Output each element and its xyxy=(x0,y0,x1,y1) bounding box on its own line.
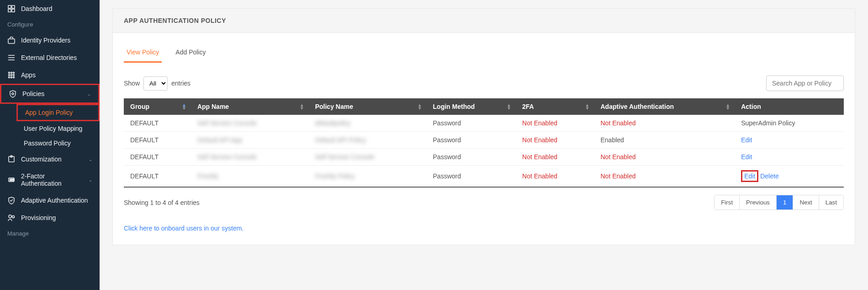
table-footer: Showing 1 to 4 of 4 entries FirstPreviou… xyxy=(124,195,844,210)
sidebar: DashboardConfigureIdentity ProvidersExte… xyxy=(0,0,100,290)
cell-policy-name: defaultpolicy xyxy=(309,115,427,132)
tabs: View PolicyAdd Policy xyxy=(124,44,844,63)
nav-label: Adaptive Authentication xyxy=(21,197,88,204)
nav-subitem-password-policy[interactable]: Password Policy xyxy=(16,136,100,150)
nav-item-apps[interactable]: Apps xyxy=(0,66,100,84)
check-shield-icon xyxy=(7,196,16,204)
cell-login-method: Password xyxy=(427,115,516,132)
onboard-link[interactable]: Click here to onboard users in our syste… xyxy=(124,225,844,232)
svg-rect-3 xyxy=(12,9,15,12)
nav-label: Dashboard xyxy=(21,5,53,12)
nav-label: Provisioning xyxy=(21,214,56,221)
sort-icon: ▲▼ xyxy=(182,103,186,110)
column-app-name[interactable]: App Name▲▼ xyxy=(191,98,309,115)
chevron-down-icon: ⌄ xyxy=(89,157,92,162)
edit-link[interactable]: Edit xyxy=(741,153,752,161)
cell-group: DEFAULT xyxy=(124,132,191,149)
svg-point-22 xyxy=(9,215,11,218)
cell-action: Edit xyxy=(735,149,844,166)
nav-item-policies[interactable]: Policies⌄ xyxy=(0,84,100,104)
page-btn-previous[interactable]: Previous xyxy=(740,195,777,209)
cell-policy-name: Freshly Policy xyxy=(309,166,427,188)
svg-point-13 xyxy=(13,75,15,76)
cell-group: DEFAULT xyxy=(124,115,191,132)
column-policy-name[interactable]: Policy Name▲▼ xyxy=(309,98,427,115)
list-icon xyxy=(7,54,16,62)
svg-point-10 xyxy=(13,72,15,74)
svg-point-12 xyxy=(11,75,12,76)
pagination: FirstPrevious1NextLast xyxy=(714,195,844,210)
cell-login-method: Password xyxy=(427,149,516,166)
edit-link[interactable]: Edit xyxy=(741,170,758,182)
cell-app-name: Freshly xyxy=(191,166,309,188)
badge-icon: 123 xyxy=(7,176,16,184)
puzzle-icon xyxy=(7,155,16,163)
nav-item-customization[interactable]: Customization⌄ xyxy=(0,150,100,168)
users-icon xyxy=(7,214,16,222)
nav-subitem-user-policy-mapping[interactable]: User Policy Mapping xyxy=(16,121,100,136)
nav-item-identity-providers[interactable]: Identity Providers xyxy=(0,32,100,49)
tab-view-policy[interactable]: View Policy xyxy=(124,44,162,63)
svg-rect-0 xyxy=(8,5,11,8)
column-adaptive-authentication[interactable]: Adaptive Authentication▲▼ xyxy=(594,98,735,115)
shield-icon xyxy=(9,90,17,98)
cell-2fa: Not Enabled xyxy=(516,149,594,166)
page-btn-1[interactable]: 1 xyxy=(777,195,793,209)
page-btn-last[interactable]: Last xyxy=(819,195,843,209)
table-row: DEFAULTSelf Service Consoledefaultpolicy… xyxy=(124,115,844,132)
nav-label: Customization xyxy=(21,156,62,163)
search-input[interactable] xyxy=(766,75,844,91)
nav-item-dashboard[interactable]: Dashboard xyxy=(0,0,100,17)
sort-icon: ▲▼ xyxy=(585,103,590,110)
delete-link[interactable]: Delete xyxy=(760,172,778,180)
cell-2fa: Not Enabled xyxy=(516,166,594,188)
nav-label: External Directories xyxy=(21,54,77,61)
sort-icon: ▲▼ xyxy=(300,103,304,110)
column-action[interactable]: Action xyxy=(735,98,844,115)
cell-login-method: Password xyxy=(427,132,516,149)
policy-table: Group▲▼App Name▲▼Policy Name▲▼Login Meth… xyxy=(124,98,844,188)
card-body: View PolicyAdd Policy Show All entries G… xyxy=(113,33,855,245)
cell-action: Edit xyxy=(735,132,844,149)
nav-item-2-factor-authentication[interactable]: 1232-Factor Authentication⌄ xyxy=(0,168,100,192)
cell-app-name: Self Service Console xyxy=(191,115,309,132)
svg-rect-2 xyxy=(8,9,11,12)
cell-login-method: Password xyxy=(427,166,516,188)
column-2fa[interactable]: 2FA▲▼ xyxy=(516,98,594,115)
column-login-method[interactable]: Login Method▲▼ xyxy=(427,98,516,115)
cell-app-name: Default API App xyxy=(191,132,309,149)
cell-group: DEFAULT xyxy=(124,149,191,166)
briefcase-icon xyxy=(7,36,16,44)
svg-point-23 xyxy=(12,216,15,218)
entries-select[interactable]: All xyxy=(143,76,168,91)
svg-point-17 xyxy=(12,93,14,95)
nav-subitem-app-login-policy[interactable]: App Login Policy xyxy=(16,104,100,121)
grid-icon xyxy=(7,71,16,79)
cell-group: DEFAULT xyxy=(124,166,191,188)
nav-section-configure: Configure xyxy=(0,17,100,32)
sort-icon: ▲▼ xyxy=(725,103,730,110)
table-row: DEFAULTDefault API AppDefault API Policy… xyxy=(124,132,844,149)
entries-control: Show All entries xyxy=(124,76,191,91)
nav-item-provisioning[interactable]: Provisioning xyxy=(0,209,100,226)
column-group[interactable]: Group▲▼ xyxy=(124,98,191,115)
controls-row: Show All entries xyxy=(124,75,844,91)
svg-point-15 xyxy=(11,77,12,78)
cell-policy-name: Default API Policy xyxy=(309,132,427,149)
nav-label: Policies xyxy=(22,90,44,97)
cell-adaptive: Not Enabled xyxy=(594,166,735,188)
policy-card: APP AUTHENTICATION POLICY View PolicyAdd… xyxy=(112,8,855,245)
edit-link[interactable]: Edit xyxy=(741,136,752,144)
cell-action: SuperAdmin Policy xyxy=(735,115,844,132)
table-row: DEFAULTFreshlyFreshly PolicyPasswordNot … xyxy=(124,166,844,188)
svg-point-8 xyxy=(9,72,10,74)
page-btn-next[interactable]: Next xyxy=(793,195,819,209)
page-btn-first[interactable]: First xyxy=(715,195,740,209)
tab-add-policy[interactable]: Add Policy xyxy=(173,44,208,63)
cell-action: Edit Delete xyxy=(735,166,844,188)
card-header: APP AUTHENTICATION POLICY xyxy=(113,9,855,33)
nav-item-external-directories[interactable]: External Directories xyxy=(0,49,100,66)
cell-2fa: Not Enabled xyxy=(516,132,594,149)
cell-2fa: Not Enabled xyxy=(516,115,594,132)
nav-item-adaptive-authentication[interactable]: Adaptive Authentication xyxy=(0,192,100,209)
